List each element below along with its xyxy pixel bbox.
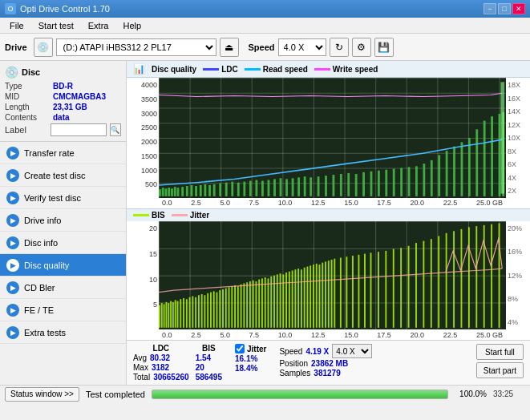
speed-select-stat[interactable]: 4.0 X bbox=[332, 344, 372, 358]
svg-rect-93 bbox=[246, 282, 248, 328]
drive-icon: 💿 bbox=[34, 38, 53, 57]
refresh-button[interactable]: ↻ bbox=[330, 38, 349, 57]
svg-rect-15 bbox=[208, 185, 211, 196]
disc-panel-icon: 💿 bbox=[5, 66, 18, 79]
svg-rect-90 bbox=[237, 286, 239, 328]
svg-rect-27 bbox=[280, 178, 282, 196]
jitter-max: 18.4% bbox=[235, 364, 257, 373]
bis-total: 586495 bbox=[196, 373, 222, 382]
maximize-button[interactable]: □ bbox=[498, 3, 511, 14]
menu-help[interactable]: Help bbox=[116, 19, 148, 32]
svg-rect-91 bbox=[241, 285, 242, 328]
disc-label-button[interactable]: 🔍 bbox=[110, 123, 121, 136]
svg-rect-110 bbox=[297, 269, 299, 328]
max-label: Max bbox=[133, 363, 148, 372]
svg-rect-5 bbox=[168, 188, 170, 196]
minimize-button[interactable]: − bbox=[483, 3, 496, 14]
nav-icon-verify-test-disc: ▶ bbox=[6, 192, 19, 204]
close-button[interactable]: ✕ bbox=[512, 3, 525, 14]
svg-rect-31 bbox=[304, 176, 306, 196]
svg-rect-33 bbox=[318, 176, 320, 196]
svg-rect-122 bbox=[334, 259, 335, 328]
jitter-checkbox[interactable] bbox=[235, 344, 245, 353]
start-part-button[interactable]: Start part bbox=[476, 362, 524, 378]
nav-transfer-rate[interactable]: ▶ Transfer rate bbox=[0, 142, 126, 164]
disc-panel: 💿 Disc Type BD-R MID CMCMAGBA3 Length 23… bbox=[0, 61, 126, 142]
start-full-button[interactable]: Start full bbox=[476, 344, 524, 360]
svg-rect-123 bbox=[340, 257, 342, 327]
svg-rect-126 bbox=[358, 255, 360, 328]
nav-fe-te[interactable]: ▶ FE / TE bbox=[0, 299, 126, 321]
svg-rect-12 bbox=[195, 186, 197, 196]
svg-rect-50 bbox=[446, 151, 448, 196]
svg-rect-138 bbox=[446, 233, 447, 328]
nav-cd-bler[interactable]: ▶ CD Bler bbox=[0, 277, 126, 299]
jitter-avg: 16.1% bbox=[235, 354, 257, 363]
samples-label: Samples bbox=[279, 369, 310, 378]
svg-rect-48 bbox=[431, 160, 433, 196]
nav-label-extra-tests: Extra tests bbox=[24, 328, 66, 337]
svg-rect-139 bbox=[453, 231, 455, 328]
disc-label-input[interactable] bbox=[51, 123, 107, 136]
svg-rect-104 bbox=[280, 273, 281, 328]
svg-rect-34 bbox=[325, 176, 327, 196]
svg-rect-141 bbox=[468, 227, 470, 327]
nav-disc-info[interactable]: ▶ Disc info bbox=[0, 232, 126, 254]
menu-file[interactable]: File bbox=[3, 19, 30, 32]
svg-rect-71 bbox=[180, 299, 181, 328]
svg-rect-26 bbox=[273, 179, 276, 196]
menu-start-test[interactable]: Start test bbox=[32, 19, 80, 32]
menu-extra[interactable]: Extra bbox=[82, 19, 115, 32]
svg-rect-120 bbox=[328, 260, 330, 328]
disc-type-label: Type bbox=[5, 82, 53, 91]
save-button[interactable]: 💾 bbox=[374, 38, 394, 57]
nav-icon-drive-info: ▶ bbox=[6, 214, 19, 227]
svg-rect-81 bbox=[210, 292, 212, 327]
status-bar: Status window >> Test completed 100.0% 3… bbox=[0, 385, 530, 402]
disc-mid-label: MID bbox=[5, 92, 53, 101]
svg-rect-108 bbox=[292, 270, 293, 327]
svg-rect-119 bbox=[325, 261, 326, 327]
bottom-chart-inner bbox=[159, 221, 506, 329]
settings-button[interactable]: ⚙ bbox=[352, 38, 371, 57]
svg-rect-133 bbox=[408, 246, 410, 328]
top-y-axis-right: 18X 16X 14X 12X 10X 8X 6X 4X 2X bbox=[506, 78, 530, 198]
speed-label: Speed bbox=[249, 42, 275, 52]
svg-rect-86 bbox=[225, 289, 227, 328]
bottom-y-axis-right: 20% 16% 12% 8% 4% bbox=[506, 221, 530, 329]
eject-button[interactable]: ⏏ bbox=[220, 38, 239, 57]
svg-rect-14 bbox=[204, 184, 206, 196]
svg-rect-97 bbox=[258, 279, 260, 327]
drive-select[interactable]: (D:) ATAPI iHBS312 2 PL17 bbox=[56, 38, 216, 56]
svg-rect-129 bbox=[378, 252, 379, 328]
nav-drive-info[interactable]: ▶ Drive info bbox=[0, 209, 126, 232]
legend-write-color bbox=[314, 68, 330, 71]
nav-extra-tests[interactable]: ▶ Extra tests bbox=[0, 321, 126, 344]
legend-bis: BIS bbox=[152, 211, 165, 220]
nav-label-disc-info: Disc info bbox=[24, 238, 58, 248]
svg-rect-8 bbox=[177, 188, 180, 196]
svg-rect-25 bbox=[268, 180, 270, 196]
legend-ldc-color bbox=[203, 68, 219, 71]
svg-rect-134 bbox=[415, 243, 417, 328]
speed-select[interactable]: 4.0 X bbox=[278, 38, 326, 56]
nav-label-drive-info: Drive info bbox=[24, 216, 61, 225]
status-window-button[interactable]: Status window >> bbox=[5, 387, 79, 402]
svg-rect-52 bbox=[461, 142, 463, 196]
svg-rect-54 bbox=[475, 129, 478, 196]
sidebar: 💿 Disc Type BD-R MID CMCMAGBA3 Length 23… bbox=[0, 61, 127, 385]
speed-label-stat: Speed bbox=[279, 347, 302, 356]
legend-read-color bbox=[245, 68, 261, 71]
nav-create-test-disc[interactable]: ▶ Create test disc bbox=[0, 164, 126, 187]
svg-rect-13 bbox=[200, 185, 202, 196]
svg-rect-82 bbox=[213, 291, 215, 328]
svg-rect-6 bbox=[171, 188, 173, 196]
ldc-max: 3182 bbox=[152, 363, 169, 372]
nav-disc-quality[interactable]: ▶ Disc quality bbox=[0, 254, 126, 277]
svg-rect-73 bbox=[186, 299, 188, 328]
disc-type-value: BD-R bbox=[53, 82, 73, 91]
nav-verify-test-disc[interactable]: ▶ Verify test disc bbox=[0, 187, 126, 209]
svg-rect-18 bbox=[225, 183, 228, 196]
disc-contents-label: Contents bbox=[5, 113, 53, 122]
legend-write-speed: Write speed bbox=[333, 65, 378, 74]
